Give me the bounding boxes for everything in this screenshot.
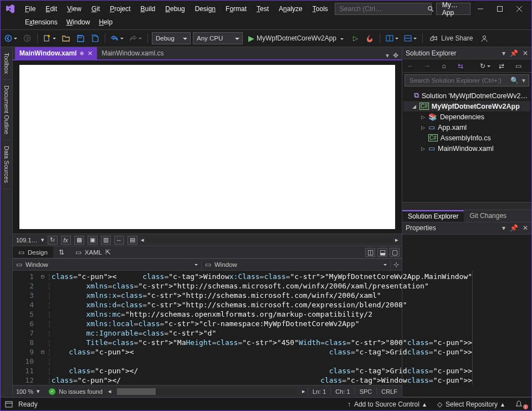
collapse-icon[interactable]: ▢: [390, 248, 400, 257]
nav-right-dropdown[interactable]: ▭ Window: [202, 261, 391, 268]
expander-icon[interactable]: ◢: [411, 104, 417, 109]
code-line[interactable]: 3¦ xmlns:x=class="c-str">"http://schemas…: [13, 291, 472, 300]
cursor-icon[interactable]: ↔: [114, 236, 124, 245]
notifications-button[interactable]: 1: [511, 400, 527, 408]
code-line[interactable]: 11¦ class="c-pun"></class="c-tag">Gridcl…: [13, 366, 472, 376]
ptab-git-changes[interactable]: Git Changes: [464, 210, 512, 222]
add-source-control[interactable]: ↑ Add to Source Control▴: [343, 400, 431, 408]
tab-mainwindow-xaml[interactable]: MainWindow.xaml ⊕ ✕: [15, 47, 97, 59]
nav-left-dropdown[interactable]: ▭ Window: [13, 261, 202, 268]
menu-edit[interactable]: Edit: [41, 4, 62, 14]
dtab-xaml[interactable]: ▭ XAML ⇱: [70, 246, 116, 258]
split-v-icon[interactable]: ◫: [365, 248, 375, 257]
hscroll-left-icon[interactable]: ◂: [106, 388, 114, 395]
code-editor[interactable]: 1⊟¦ class="c-pun"><class="c-tag">Window …: [13, 270, 402, 385]
close-icon[interactable]: ✕: [523, 224, 528, 232]
expander-icon[interactable]: ▷: [420, 125, 426, 130]
tree-app-xaml[interactable]: ▷ ▭ App.xaml: [403, 122, 530, 133]
platform-dropdown[interactable]: Any CPU: [193, 32, 243, 44]
menu-help[interactable]: Help: [94, 17, 117, 27]
code-line[interactable]: 10¦: [13, 357, 472, 366]
zoom-label[interactable]: 109.1…: [16, 237, 38, 243]
code-line[interactable]: 9⊟¦ class="c-pun"><class="c-tag">Gridcla…: [13, 347, 472, 357]
rail-data-sources[interactable]: Data Sources: [3, 140, 10, 189]
collapse-icon[interactable]: ⇄: [495, 60, 508, 72]
properties-icon[interactable]: ▦: [529, 60, 532, 72]
vscroll[interactable]: [472, 271, 473, 385]
popout-icon[interactable]: ⇱: [105, 248, 111, 256]
design-canvas[interactable]: [13, 60, 402, 234]
project-selector[interactable]: My…App: [436, 3, 470, 15]
nav-fwd-button[interactable]: [21, 32, 33, 44]
refresh-icon[interactable]: ↻: [479, 60, 491, 72]
status-ws[interactable]: SPC: [355, 388, 377, 395]
menu-debug[interactable]: Debug: [161, 4, 189, 14]
expander-icon[interactable]: ▷: [420, 114, 426, 120]
menu-window[interactable]: Window: [62, 17, 95, 27]
expander-icon[interactable]: ▷: [420, 146, 426, 151]
tree-mainwindow-xaml[interactable]: ▷ ▭ MainWindow.xaml: [403, 143, 530, 154]
start-nodebug-button[interactable]: ▷: [349, 32, 361, 44]
window-minimize-icon[interactable]: [472, 2, 490, 16]
properties-header[interactable]: Properties ▾ 📌 ✕: [402, 222, 531, 235]
pin-icon[interactable]: ⊕: [80, 50, 84, 56]
tree-project[interactable]: ◢ C# MyWpfDotnetCoreWv2App: [403, 101, 530, 111]
open-file-button[interactable]: [60, 32, 72, 44]
dropdown-icon[interactable]: ▾: [502, 49, 505, 57]
search-input[interactable]: [335, 3, 432, 15]
fx-icon[interactable]: fx: [61, 236, 71, 245]
home-icon[interactable]: ⌂: [438, 60, 450, 72]
scroll-right-icon[interactable]: ▸: [395, 236, 398, 243]
chevron-down-icon[interactable]: ▾: [41, 236, 44, 243]
explorer-hscroll[interactable]: [402, 202, 531, 210]
tree-assemblyinfo[interactable]: C# AssemblyInfo.cs: [403, 133, 530, 143]
select-repository[interactable]: ◇ Select Repository▴: [433, 400, 509, 408]
artboard[interactable]: [19, 65, 395, 229]
scroll-left-icon[interactable]: ◂: [141, 236, 144, 243]
start-debug-button[interactable]: ▶ MyWpfDotnetCoreWv2App: [245, 34, 347, 43]
window-close-icon[interactable]: [510, 2, 528, 16]
liveshare-button[interactable]: Live Share: [427, 32, 476, 44]
menu-git[interactable]: Git: [87, 4, 104, 14]
layout-1-button[interactable]: [384, 32, 400, 44]
issues-indicator[interactable]: ✓ No issues found: [45, 388, 106, 395]
close-tab-icon[interactable]: ✕: [88, 50, 93, 57]
ruler-icon[interactable]: ▥: [101, 236, 111, 245]
split-h-icon[interactable]: ⬓: [377, 248, 387, 257]
menu-tools[interactable]: Tools: [308, 4, 332, 14]
hot-reload-button[interactable]: [364, 32, 376, 44]
save-all-button[interactable]: [89, 32, 101, 44]
nav-back-button[interactable]: [3, 32, 19, 44]
solution-explorer-header[interactable]: Solution Explorer ▾ 📌 ✕: [402, 47, 531, 59]
menu-format[interactable]: Format: [221, 4, 251, 14]
menu-build[interactable]: Build: [136, 4, 160, 14]
code-line[interactable]: 6¦ xmlns:local=class="c-str">"clr-namesp…: [13, 319, 472, 328]
redo-button[interactable]: [127, 32, 144, 44]
code-line[interactable]: 8¦ Title=class="c-str">"MainWindow" Heig…: [13, 338, 472, 347]
new-item-button[interactable]: [42, 32, 58, 44]
solution-tree[interactable]: ⧉ Solution 'MyWpfDotnetCoreWv2App' ◢ C# …: [402, 88, 531, 202]
rail-doc-outline[interactable]: Document Outline: [3, 80, 10, 140]
close-icon[interactable]: ✕: [523, 49, 528, 57]
rail-toolbox[interactable]: Toolbox: [3, 47, 10, 80]
nav-back-icon[interactable]: ←: [405, 60, 417, 72]
dtab-design[interactable]: ▭ Design: [13, 246, 53, 258]
account-button[interactable]: [478, 32, 490, 44]
status-ch[interactable]: Ch: 1: [330, 388, 354, 395]
tree-dependencies[interactable]: ▷ 📚 Dependencies: [403, 111, 530, 122]
tab-mainwindow-cs[interactable]: MainWindow.xaml.cs: [97, 47, 168, 59]
layers-icon[interactable]: ▤: [127, 236, 137, 245]
nav-fwd-icon[interactable]: →: [421, 60, 433, 72]
code-line[interactable]: 5¦ xmlns:mc="http://schemas.openxmlforma…: [13, 309, 472, 319]
menu-view[interactable]: View: [63, 4, 86, 14]
explorer-search[interactable]: 🔍▾: [405, 74, 529, 87]
code-line[interactable]: 1⊟¦ class="c-pun"><class="c-tag">Window …: [13, 272, 472, 281]
menu-analyze[interactable]: Analyze: [274, 4, 307, 14]
tree-solution[interactable]: ⧉ Solution 'MyWpfDotnetCoreWv2App': [403, 90, 530, 101]
tabs-overflow[interactable]: ▾ ✥: [386, 52, 402, 59]
split-swap[interactable]: ⇅: [53, 246, 70, 258]
menu-file[interactable]: File: [21, 4, 40, 14]
refresh-icon[interactable]: ↻: [48, 236, 58, 245]
menu-project[interactable]: Project: [105, 4, 135, 14]
design-hscroll[interactable]: [147, 237, 392, 243]
